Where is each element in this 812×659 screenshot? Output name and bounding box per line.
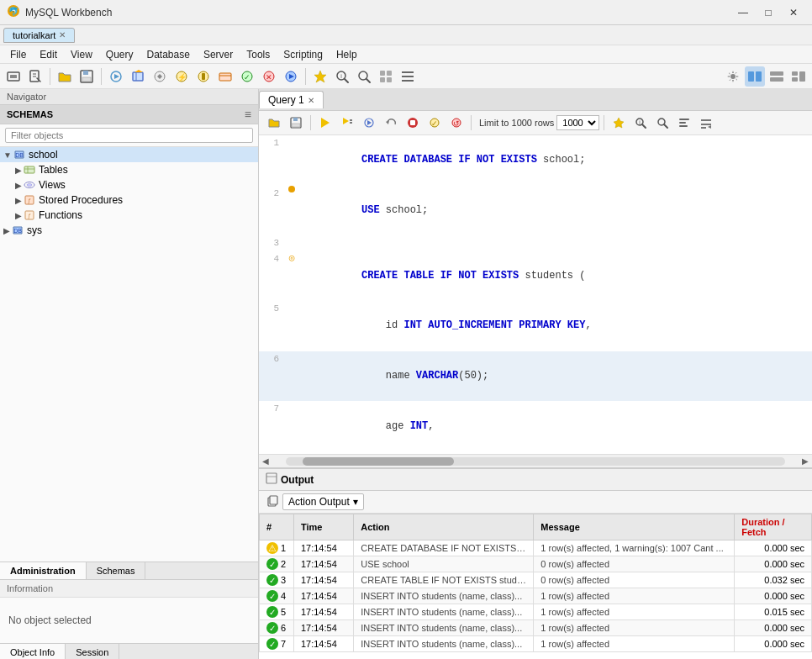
stop-btn[interactable]: [403, 113, 423, 132]
open-folder-button[interactable]: [55, 66, 75, 87]
toolbar-expand[interactable]: [398, 66, 418, 87]
tree-item-sys[interactable]: ▶ DB sys: [0, 223, 258, 238]
close-tab-icon[interactable]: ✕: [59, 30, 66, 40]
undo-btn[interactable]: [381, 113, 401, 132]
more-options-btn[interactable]: [696, 113, 716, 132]
open-file-btn[interactable]: [264, 113, 284, 132]
toolbar-btn9[interactable]: ✓: [237, 66, 257, 87]
tree-item-functions[interactable]: ▶ ƒ Functions: [0, 208, 258, 223]
output-copy-icon[interactable]: [266, 494, 279, 510]
svg-rect-91: [270, 496, 277, 504]
execute-all-btn[interactable]: [315, 113, 335, 132]
tab-schemas[interactable]: Schemas: [87, 562, 146, 579]
close-query-icon[interactable]: ✕: [308, 96, 314, 105]
layout-btn3[interactable]: [788, 66, 809, 87]
svg-rect-41: [748, 71, 754, 82]
minimize-button[interactable]: —: [731, 4, 755, 21]
status-warn-icon: ⚠: [266, 542, 278, 554]
status-ok-icon: ✓: [266, 606, 278, 618]
gear-button[interactable]: [723, 66, 743, 87]
rollback-btn[interactable]: ↺: [446, 113, 467, 132]
tab-object-info[interactable]: Object Info: [0, 644, 66, 659]
titlebar: 🐬 MySQL Workbench — □ ✕: [0, 0, 812, 25]
inspect-btn[interactable]: i: [630, 113, 651, 132]
save-button[interactable]: [76, 66, 97, 87]
col-header-duration: Duration / Fetch: [735, 514, 812, 540]
toolbar-btn10[interactable]: ✕: [259, 66, 279, 87]
tree-item-stored-procedures[interactable]: ▶ ƒ Stored Procedures: [0, 192, 258, 208]
open-connection-button[interactable]: [3, 66, 24, 87]
menu-server[interactable]: Server: [197, 47, 240, 62]
filter-input[interactable]: [5, 128, 253, 143]
debug-btn[interactable]: [359, 113, 379, 132]
tab-administration[interactable]: Administration: [0, 562, 87, 579]
code-line-4: 4 ◎ CREATE TABLE IF NOT EXISTS students …: [259, 251, 812, 302]
scroll-right-arrow[interactable]: ▶: [802, 456, 809, 466]
toolbar-btn5[interactable]: [150, 66, 170, 87]
menu-file[interactable]: File: [3, 47, 33, 62]
workbench-tab[interactable]: tutorialkart ✕: [3, 28, 75, 43]
limit-selector[interactable]: Limit to 1000 rows 1000: [479, 115, 599, 130]
menu-help[interactable]: Help: [330, 47, 364, 62]
svg-rect-20: [219, 73, 231, 81]
toolbar-btn7[interactable]: [193, 66, 214, 87]
query-tab-1[interactable]: Query 1 ✕: [259, 91, 324, 108]
horizontal-scrollbar-area: ◀ ▶: [259, 454, 812, 467]
tree-item-views[interactable]: ▶ Views: [0, 177, 258, 192]
execute-selection-btn[interactable]: [337, 113, 357, 132]
menu-database[interactable]: Database: [140, 47, 197, 62]
tree-item-school[interactable]: ▼ DB school: [0, 147, 258, 162]
toolbar-btn8[interactable]: [215, 66, 235, 87]
toolbar-btn3[interactable]: [106, 66, 126, 87]
svg-text:✕: ✕: [266, 73, 272, 82]
dropdown-arrow-icon: ▾: [353, 496, 358, 508]
svg-rect-70: [410, 120, 415, 125]
toolbar-btn11[interactable]: [281, 66, 301, 87]
school-label: school: [29, 149, 58, 161]
schemas-menu-icon[interactable]: ≡: [245, 108, 251, 121]
limit-select-control[interactable]: 1000: [556, 115, 599, 130]
action-output-selector[interactable]: Action Output ▾: [282, 493, 364, 510]
menu-scripting[interactable]: Scripting: [277, 47, 330, 62]
code-editor[interactable]: 1 CREATE DATABASE IF NOT EXISTS school; …: [259, 135, 812, 454]
format-btn[interactable]: [674, 113, 694, 132]
search-code-btn[interactable]: [652, 113, 672, 132]
layout-btn1[interactable]: [745, 66, 765, 87]
close-button[interactable]: ✕: [782, 4, 805, 21]
row-duration: 0.032 sec: [735, 572, 812, 588]
bottom-left-tabs: Administration Schemas Information No ob…: [0, 561, 258, 643]
svg-rect-83: [679, 125, 688, 127]
status-ok-icon: ✓: [266, 590, 278, 602]
row-action: INSERT INTO students (name, class)...: [354, 620, 534, 636]
svg-rect-88: [266, 473, 277, 483]
maximize-button[interactable]: □: [757, 4, 780, 21]
toolbar-btn4[interactable]: [128, 66, 148, 87]
row-num: ✓ 4: [260, 588, 294, 604]
row-time: 17:14:54: [293, 572, 353, 588]
horizontal-scrollbar[interactable]: [286, 457, 785, 466]
query-tab-label: Query 1: [268, 94, 304, 106]
save-file-btn[interactable]: [286, 113, 306, 132]
menu-query[interactable]: Query: [99, 47, 140, 62]
toolbar-btn6[interactable]: ⚡: [171, 66, 192, 87]
menu-edit[interactable]: Edit: [33, 47, 64, 62]
svg-line-80: [664, 124, 667, 128]
toolbar-filter[interactable]: [354, 66, 374, 87]
svg-marker-14: [134, 70, 143, 72]
svg-text:i: i: [340, 73, 342, 79]
scrollbar-thumb[interactable]: [303, 457, 454, 466]
tree-item-tables[interactable]: ▶ Tables: [0, 162, 258, 177]
layout-btn2[interactable]: [767, 66, 787, 87]
tab-session[interactable]: Session: [66, 644, 119, 659]
toolbar-star[interactable]: [310, 66, 330, 87]
limit-label: Limit to 1000 rows: [479, 118, 554, 128]
commit-btn[interactable]: ✓: [424, 113, 445, 132]
new-query-button[interactable]: [25, 66, 45, 87]
code-line-6: 6 name VARCHAR(50);: [259, 351, 812, 402]
scroll-left-arrow[interactable]: ◀: [262, 456, 269, 466]
toolbar-grid[interactable]: [376, 66, 396, 87]
menu-view[interactable]: View: [64, 47, 99, 62]
toolbar-search[interactable]: i: [332, 66, 352, 87]
menu-tools[interactable]: Tools: [240, 47, 277, 62]
bookmark-btn[interactable]: [609, 113, 629, 132]
